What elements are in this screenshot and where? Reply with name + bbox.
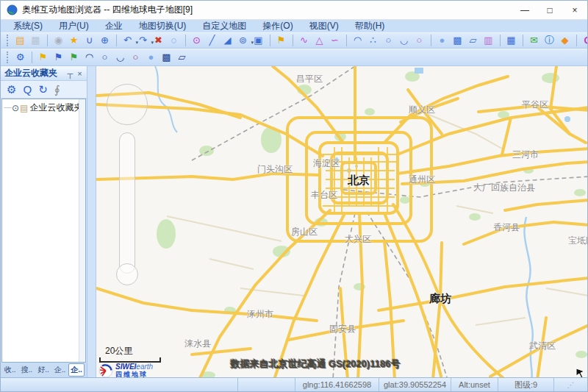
toolbar-main: ▤▦◉★∪⊕↶▾↷▾✖◌⊙╱◢⊚▾▣⚑∿△∽◠∴○◡○●▩▱▥▦✉ⓘ◆Q [1, 32, 587, 49]
compass-tool-icon[interactable]: ⊚▾ [237, 34, 249, 47]
map-label: 香河县 [493, 221, 520, 234]
draw-ellipse-icon[interactable]: ○ [413, 34, 426, 47]
friends-icon[interactable]: ◉ [52, 34, 65, 47]
panel-tab-1[interactable]: 搜.. [19, 363, 35, 377]
circle-icon[interactable]: ○ [98, 51, 111, 64]
folder-icon: ▤ [20, 103, 28, 113]
panel-tab-0[interactable]: 收.. [2, 363, 18, 377]
draw-arc-icon[interactable]: ◠ [351, 34, 364, 47]
pushpin-icon[interactable]: ⚑ [275, 34, 287, 47]
save-icon[interactable]: ▦ [29, 34, 42, 47]
draw-triangle-icon[interactable]: △ [313, 34, 326, 47]
menu-item-5[interactable]: 操作(O) [254, 20, 301, 32]
logo-text-en-bold: SIWEI [115, 363, 136, 371]
measure-area-icon[interactable]: ◢ [221, 34, 234, 47]
siwei-logo-icon [98, 363, 113, 377]
menu-item-4[interactable]: 自定义地图 [194, 20, 254, 32]
pushpin-yellow-icon[interactable]: ⚑ [37, 51, 49, 64]
toolbar-grip[interactable] [7, 35, 10, 46]
app-logo-icon [7, 4, 18, 15]
favorites-tree: ┄┄ ⊙ ▤ 企业云收藏夹[ [1, 99, 86, 363]
map-label: 丰台区 [311, 189, 337, 202]
draw-hatch-icon[interactable]: ▥ [482, 34, 495, 47]
menu-item-7[interactable]: 帮助(H) [347, 20, 393, 32]
map-viewport[interactable]: 昌平区顺义区平谷区三河市海淀区门头沟区北京通州区大厂回族自治县丰台区香河县宝坻区… [96, 66, 587, 377]
draw-points-icon[interactable]: ∴ [367, 34, 379, 47]
favorites-star-icon[interactable]: ★ [68, 34, 80, 47]
pushpin-blue-icon[interactable]: ⚑ [52, 51, 65, 64]
close-button[interactable]: × [562, 1, 587, 20]
panel-tab-3[interactable]: 企.. [52, 363, 68, 377]
map-zoom-handle[interactable] [116, 263, 138, 285]
panel-search-icon[interactable]: Q [23, 83, 32, 96]
map-label: 房山区 [291, 226, 318, 238]
panel-title: 企业云收藏夹 [4, 67, 65, 79]
minimize-button[interactable]: — [512, 1, 537, 20]
window-title: 奥维互动地图浏览器 -- 四维地球电子地图[9] [22, 4, 193, 16]
menu-item-2[interactable]: 企业 [97, 20, 131, 32]
pushpin-green-icon[interactable]: ⚑ [68, 51, 80, 64]
vip-icon[interactable]: ◆ [559, 34, 571, 47]
draw-filled-rect-icon[interactable]: ▩ [451, 34, 464, 47]
toolbar-separator [32, 51, 32, 63]
settings-gear-icon[interactable]: ⚙ [14, 51, 26, 64]
toolbar-separator [576, 35, 577, 46]
measure-distance-icon[interactable]: ╱ [206, 34, 218, 47]
draw-open-arc-icon[interactable]: ◡ [398, 34, 410, 47]
menu-item-0[interactable]: 系统(S) [5, 20, 51, 32]
open-folder-icon[interactable]: ▤ [14, 34, 26, 47]
placemark-icon[interactable]: ⊙ [190, 34, 203, 47]
tree-item-label: 企业云收藏夹[ [29, 101, 79, 114]
status-alt: Alt:unset [451, 378, 498, 391]
globe-sync-icon[interactable]: ⊕ [98, 34, 111, 47]
undo-icon[interactable]: ↶▾ [121, 34, 134, 47]
status-empty [1, 378, 237, 391]
menu-item-6[interactable]: 视图(V) [301, 20, 347, 32]
draw-circle-icon[interactable]: ○ [382, 34, 395, 47]
panel-refresh-icon[interactable]: ↻ [38, 83, 48, 96]
menu-bar: 系统(S)用户(U)企业地图切换(U)自定义地图操作(O)视图(V)帮助(H) [1, 20, 587, 32]
polygon-icon[interactable]: ▱ [176, 51, 188, 64]
panel-close-icon[interactable]: × [75, 69, 85, 78]
delete-trash-icon[interactable]: ✖ [152, 34, 165, 47]
panel-splitter[interactable] [87, 66, 96, 377]
search-icon[interactable]: Q [581, 34, 587, 47]
draw-curve-icon[interactable]: ∽ [329, 34, 341, 47]
camera-icon[interactable]: ▣ [252, 34, 265, 47]
draw-polygon-icon[interactable]: ▱ [467, 34, 479, 47]
logo-text-en-light: earth [136, 363, 153, 371]
map-zoom-slider[interactable] [119, 132, 135, 274]
map-compass-control[interactable] [107, 84, 148, 125]
map-label: 涿州市 [247, 308, 273, 321]
data-grid-icon[interactable]: ▦ [505, 34, 517, 47]
panel-tab-2[interactable]: 好.. [35, 363, 51, 377]
info-icon[interactable]: ⓘ [543, 34, 556, 47]
visibility-eye-icon[interactable]: ⊙ [12, 103, 19, 113]
panel-pin-icon[interactable]: ┬ [65, 69, 75, 78]
menu-item-3[interactable]: 地图切换(U) [131, 20, 195, 32]
redo-icon[interactable]: ↷▾ [137, 34, 149, 47]
ellipse-icon[interactable]: ○ [129, 51, 142, 64]
resize-grip-icon: ⋰ [567, 381, 575, 389]
tree-scrollbar[interactable] [79, 99, 85, 362]
maximize-button[interactable]: □ [537, 1, 562, 20]
panel-settings-gear-icon[interactable]: ⚙ [7, 83, 16, 96]
menu-item-1[interactable]: 用户(U) [51, 20, 97, 32]
arc-icon[interactable]: ◠ [83, 51, 96, 64]
filled-circle-icon[interactable]: ● [145, 51, 157, 64]
tree-item-root[interactable]: ┄┄ ⊙ ▤ 企业云收藏夹[ [4, 101, 79, 114]
draw-wave-icon[interactable]: ∿ [298, 34, 310, 47]
toolbar-grip-2[interactable] [7, 51, 10, 63]
map-label: 涞水县 [184, 338, 211, 350]
draw-filled-circle-icon[interactable]: ● [436, 34, 448, 47]
message-icon[interactable]: ✉ [528, 34, 540, 47]
track-record-icon[interactable]: ∪ [83, 34, 96, 47]
panel-tab-4[interactable]: 企.. [68, 363, 85, 377]
status-resize-grip[interactable]: ⋰ [553, 378, 587, 391]
logo-text-cn: 四维地球 [115, 371, 153, 377]
panel-attachment-icon[interactable]: ∮ [54, 83, 60, 96]
open-arc-icon[interactable]: ◡ [114, 51, 126, 64]
map-label: 海淀区 [313, 157, 340, 170]
filled-rect-icon[interactable]: ▩ [160, 51, 173, 64]
region-select-icon[interactable]: ◌ [168, 34, 180, 47]
